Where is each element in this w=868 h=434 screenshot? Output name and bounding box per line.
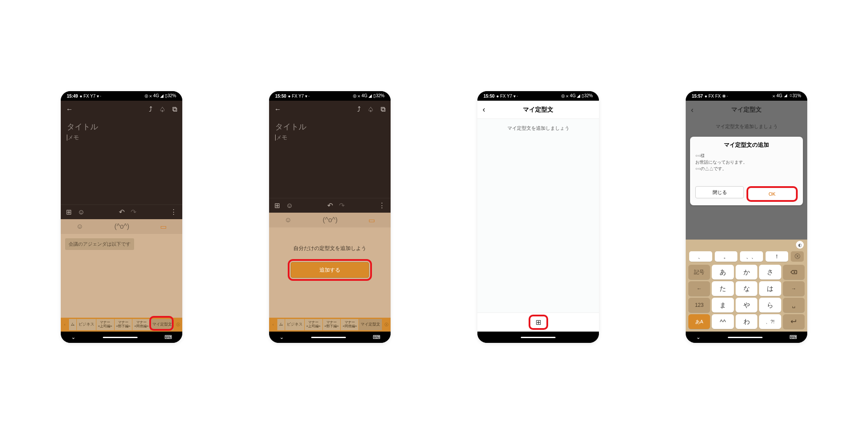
title-input[interactable]: タイトル	[67, 122, 176, 132]
key-kaomoji[interactable]: ^^	[712, 314, 733, 329]
status-bar: 15:57 ● FX FX ❋ · ⨉ 4G ◢ ▯31%	[686, 91, 807, 101]
undo-icon[interactable]: ↶	[119, 208, 125, 216]
tab-item[interactable]: マナー«上司編»	[305, 319, 322, 330]
pin-icon[interactable]: ⤴	[149, 105, 152, 113]
tab-my-templates[interactable]: マイ定型文	[151, 319, 174, 330]
key-right-arrow[interactable]: →	[783, 281, 805, 296]
tab-item[interactable]: マナー«部下編»	[115, 319, 132, 330]
tab-item[interactable]: ビジネス	[285, 319, 304, 330]
suggestion-chip[interactable]: 会議のアジェンダは以下です	[65, 238, 134, 250]
nav-home-pill[interactable]	[311, 337, 346, 338]
tab-item[interactable]: ビジネス	[77, 319, 96, 330]
back-chevron-icon[interactable]: ‹	[691, 105, 694, 115]
kaomoji-tab-icon[interactable]: (^o^)	[322, 216, 338, 224]
key-na[interactable]: な	[736, 281, 757, 296]
emoji-tab-icon[interactable]: ☺	[285, 216, 292, 224]
ime-suggestion-area: 会議のアジェンダは以下です	[61, 234, 182, 318]
redo-icon[interactable]: ↷	[131, 208, 136, 216]
nav-home-pill[interactable]	[728, 337, 763, 338]
nav-down-icon[interactable]: ⌄	[71, 334, 76, 340]
tab-item[interactable]: ム	[277, 319, 285, 330]
punct-key[interactable]: ！	[766, 251, 789, 262]
android-nav: ⌄ ⌨	[61, 332, 182, 343]
key-ta[interactable]: た	[712, 281, 733, 296]
memo-input[interactable]: メモ	[67, 134, 176, 141]
note-body[interactable]: タイトル メモ	[61, 118, 182, 204]
palette-icon[interactable]: ☺	[78, 208, 85, 216]
dialog-screen: ‹ マイ定型文 マイ定型文を追加しましょう マイ定型文の追加 ○○様 お世話にな…	[686, 101, 807, 332]
more-icon[interactable]: ⋮	[378, 201, 385, 210]
key-a[interactable]: あ	[712, 265, 733, 279]
add-template-dialog: マイ定型文の追加 ○○様 お世話になっております。 ○○の△△です。 閉じる O…	[690, 137, 803, 205]
punct-key[interactable]: 、	[689, 251, 712, 262]
tabs-close-icon[interactable]: ⓧ	[174, 322, 182, 328]
template-tabs: ‹ ム ビジネス マナー«上司編» マナー«部下編» マナー«同僚編» マイ定型…	[269, 318, 391, 332]
key-ya[interactable]: や	[736, 298, 757, 312]
status-icons-left: ● FX FX ❋ ·	[705, 94, 728, 99]
nav-keyboard-icon[interactable]: ⌨	[164, 334, 172, 340]
key-ra[interactable]: ら	[759, 298, 781, 312]
add-box-icon[interactable]: ⊞	[274, 201, 280, 210]
key-sa[interactable]: さ	[759, 265, 781, 279]
redo-icon[interactable]: ↷	[339, 201, 345, 210]
key-symbols[interactable]: 記号	[688, 265, 710, 279]
key-left-arrow[interactable]: ←	[688, 281, 710, 296]
add-template-button[interactable]: 追加する	[291, 262, 369, 278]
add-plus-button[interactable]: ⊞	[536, 319, 541, 326]
templates-tab-icon[interactable]: ▭	[368, 216, 375, 224]
nav-keyboard-icon[interactable]: ⌨	[789, 334, 797, 340]
tab-item[interactable]: ム	[69, 319, 76, 330]
status-icons-right: ◎ ⨉ 4G ◢ ▯32%	[145, 93, 176, 99]
pin-icon[interactable]: ⤴	[357, 105, 361, 113]
key-mode-switch[interactable]: あA	[688, 314, 710, 329]
archive-icon[interactable]: ⧉	[381, 105, 385, 113]
tabs-scroll-left[interactable]: ‹	[269, 322, 277, 327]
punct-delete-icon[interactable]: ⓧ	[791, 251, 804, 262]
nav-down-icon[interactable]: ⌄	[279, 334, 284, 340]
key-space[interactable]: ␣	[783, 298, 805, 312]
memo-input[interactable]: メモ	[275, 134, 385, 141]
key-numbers[interactable]: 123	[688, 298, 710, 312]
dialog-ok-button[interactable]: OK	[749, 189, 795, 199]
archive-icon[interactable]: ⧉	[172, 105, 177, 113]
key-ha[interactable]: は	[759, 281, 781, 296]
key-backspace-icon[interactable]	[783, 265, 805, 279]
more-icon[interactable]: ⋮	[170, 208, 177, 216]
palette-icon[interactable]: ☺	[286, 202, 293, 210]
back-arrow-icon[interactable]: ←	[66, 105, 73, 113]
tab-item[interactable]: マナー«同僚編»	[341, 319, 358, 330]
bell-icon[interactable]: ♤	[368, 105, 374, 114]
key-ka[interactable]: か	[736, 265, 757, 279]
bell-icon[interactable]: ♤	[159, 105, 165, 114]
nav-down-icon[interactable]: ⌄	[696, 334, 700, 340]
back-chevron-icon[interactable]: ‹	[483, 105, 485, 114]
assistant-bubble-icon[interactable]: ◐	[796, 241, 804, 249]
emoji-tab-icon[interactable]: ☺	[76, 223, 83, 230]
keyboard: ◐ 、 。 、、 ！ ⓧ 記号 あ か さ	[686, 240, 807, 332]
undo-icon[interactable]: ↶	[327, 201, 333, 210]
kaomoji-tab-icon[interactable]: (^o^)	[114, 223, 129, 230]
dialog-close-button[interactable]: 閉じる	[695, 186, 744, 198]
punct-key[interactable]: 。	[715, 251, 738, 262]
key-return-icon[interactable]	[783, 314, 805, 329]
add-box-icon[interactable]: ⊞	[66, 208, 72, 216]
nav-keyboard-icon[interactable]: ⌨	[373, 334, 380, 340]
title-input[interactable]: タイトル	[275, 122, 385, 132]
nav-home-pill[interactable]	[103, 337, 138, 338]
templates-tab-icon[interactable]: ▭	[160, 223, 167, 231]
tab-item[interactable]: マナー«部下編»	[323, 319, 341, 330]
tab-item[interactable]: マナー«同僚編»	[132, 319, 150, 330]
key-punct[interactable]: 、?!	[759, 314, 781, 329]
key-wa[interactable]: わ	[736, 314, 757, 329]
subtitle: マイ定型文を追加しましょう	[686, 119, 807, 134]
back-arrow-icon[interactable]: ←	[274, 105, 281, 113]
tab-my-templates[interactable]: マイ定型文	[359, 319, 382, 330]
note-body[interactable]: タイトル メモ	[269, 118, 391, 198]
dialog-textarea[interactable]: ○○様 お世話になっております。 ○○の△△です。	[695, 152, 798, 183]
tabs-close-icon[interactable]: ⓧ	[382, 322, 391, 328]
punct-key[interactable]: 、、	[740, 251, 763, 262]
tabs-scroll-left[interactable]: ‹	[61, 322, 69, 327]
key-ma[interactable]: ま	[712, 298, 733, 312]
nav-home-pill[interactable]	[521, 337, 556, 338]
tab-item[interactable]: マナー«上司編»	[96, 319, 114, 330]
